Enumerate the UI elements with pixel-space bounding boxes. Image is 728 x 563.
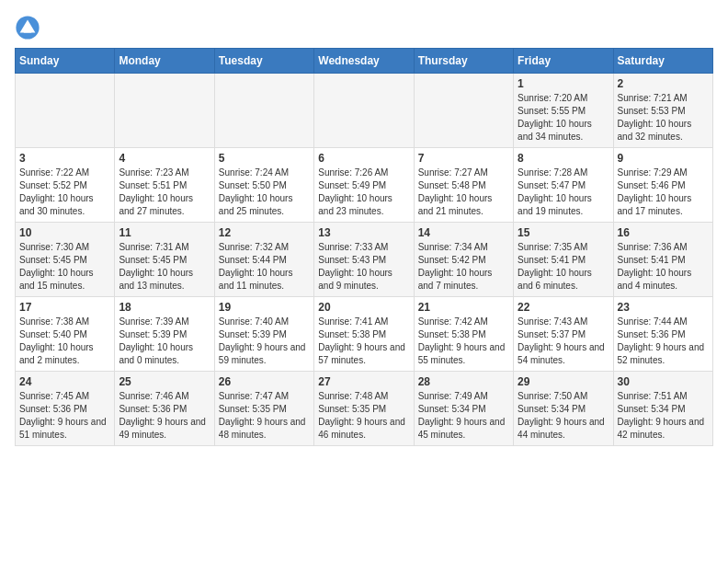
day-info: Sunrise: 7:26 AM Sunset: 5:49 PM Dayligh…: [318, 167, 409, 218]
day-info: Sunrise: 7:30 AM Sunset: 5:45 PM Dayligh…: [19, 241, 110, 293]
day-number: 27: [318, 375, 409, 388]
calendar-week-row: 10Sunrise: 7:30 AM Sunset: 5:45 PM Dayli…: [16, 223, 713, 297]
day-number: 17: [19, 301, 110, 314]
calendar-cell: 20Sunrise: 7:41 AM Sunset: 5:38 PM Dayli…: [314, 297, 414, 372]
calendar-cell: 14Sunrise: 7:34 AM Sunset: 5:42 PM Dayli…: [414, 223, 513, 297]
logo-icon: [15, 15, 40, 40]
day-number: 20: [318, 301, 409, 314]
calendar-week-row: 17Sunrise: 7:38 AM Sunset: 5:40 PM Dayli…: [16, 297, 713, 372]
calendar-cell: 30Sunrise: 7:51 AM Sunset: 5:34 PM Dayli…: [613, 372, 712, 446]
day-number: 25: [119, 375, 210, 388]
calendar-cell: 17Sunrise: 7:38 AM Sunset: 5:40 PM Dayli…: [16, 297, 115, 372]
weekday-header-sunday: Sunday: [16, 49, 115, 74]
day-info: Sunrise: 7:45 AM Sunset: 5:36 PM Dayligh…: [19, 390, 110, 442]
day-number: 6: [318, 152, 409, 165]
calendar-cell: 1Sunrise: 7:20 AM Sunset: 5:55 PM Daylig…: [514, 74, 613, 148]
day-number: 24: [19, 375, 110, 388]
calendar-cell: 28Sunrise: 7:49 AM Sunset: 5:34 PM Dayli…: [414, 372, 513, 446]
day-number: 4: [119, 152, 210, 165]
day-number: 7: [418, 152, 509, 165]
day-info: Sunrise: 7:32 AM Sunset: 5:44 PM Dayligh…: [219, 241, 310, 293]
day-info: Sunrise: 7:34 AM Sunset: 5:42 PM Dayligh…: [418, 241, 509, 293]
day-number: 23: [618, 301, 709, 314]
calendar-cell: 3Sunrise: 7:22 AM Sunset: 5:52 PM Daylig…: [16, 148, 115, 223]
svg-rect-2: [24, 29, 31, 32]
calendar-cell: 8Sunrise: 7:28 AM Sunset: 5:47 PM Daylig…: [514, 148, 613, 223]
day-number: 15: [518, 226, 609, 239]
day-info: Sunrise: 7:39 AM Sunset: 5:39 PM Dayligh…: [119, 316, 210, 367]
day-number: 9: [618, 152, 709, 165]
calendar-cell: 12Sunrise: 7:32 AM Sunset: 5:44 PM Dayli…: [214, 223, 313, 297]
day-info: Sunrise: 7:50 AM Sunset: 5:34 PM Dayligh…: [518, 390, 609, 442]
calendar-cell: 27Sunrise: 7:48 AM Sunset: 5:35 PM Dayli…: [314, 372, 414, 446]
day-info: Sunrise: 7:43 AM Sunset: 5:37 PM Dayligh…: [518, 316, 609, 367]
logo: [15, 15, 44, 40]
calendar-cell: 6Sunrise: 7:26 AM Sunset: 5:49 PM Daylig…: [314, 148, 414, 223]
day-number: 22: [518, 301, 609, 314]
day-info: Sunrise: 7:46 AM Sunset: 5:36 PM Dayligh…: [119, 390, 210, 442]
calendar-cell: 24Sunrise: 7:45 AM Sunset: 5:36 PM Dayli…: [16, 372, 115, 446]
day-number: 30: [618, 375, 709, 388]
calendar-cell: [414, 74, 513, 148]
day-info: Sunrise: 7:27 AM Sunset: 5:48 PM Dayligh…: [418, 167, 509, 218]
day-info: Sunrise: 7:29 AM Sunset: 5:46 PM Dayligh…: [618, 167, 709, 218]
calendar-table: SundayMondayTuesdayWednesdayThursdayFrid…: [15, 48, 713, 446]
day-number: 28: [418, 375, 509, 388]
calendar-cell: 22Sunrise: 7:43 AM Sunset: 5:37 PM Dayli…: [514, 297, 613, 372]
calendar-cell: 13Sunrise: 7:33 AM Sunset: 5:43 PM Dayli…: [314, 223, 414, 297]
day-info: Sunrise: 7:44 AM Sunset: 5:36 PM Dayligh…: [618, 316, 709, 367]
day-number: 8: [518, 152, 609, 165]
day-number: 13: [318, 226, 409, 239]
calendar-body: 1Sunrise: 7:20 AM Sunset: 5:55 PM Daylig…: [16, 74, 713, 446]
day-number: 11: [119, 226, 210, 239]
calendar-cell: [214, 74, 313, 148]
day-info: Sunrise: 7:42 AM Sunset: 5:38 PM Dayligh…: [418, 316, 509, 367]
day-info: Sunrise: 7:21 AM Sunset: 5:53 PM Dayligh…: [618, 92, 709, 144]
day-number: 18: [119, 301, 210, 314]
day-info: Sunrise: 7:33 AM Sunset: 5:43 PM Dayligh…: [318, 241, 409, 293]
day-info: Sunrise: 7:31 AM Sunset: 5:45 PM Dayligh…: [119, 241, 210, 293]
calendar-cell: 18Sunrise: 7:39 AM Sunset: 5:39 PM Dayli…: [115, 297, 214, 372]
calendar-cell: 4Sunrise: 7:23 AM Sunset: 5:51 PM Daylig…: [115, 148, 214, 223]
calendar-week-row: 3Sunrise: 7:22 AM Sunset: 5:52 PM Daylig…: [16, 148, 713, 223]
day-number: 2: [618, 77, 709, 90]
calendar-cell: 7Sunrise: 7:27 AM Sunset: 5:48 PM Daylig…: [414, 148, 513, 223]
day-number: 12: [219, 226, 310, 239]
day-number: 3: [19, 152, 110, 165]
day-number: 14: [418, 226, 509, 239]
day-info: Sunrise: 7:47 AM Sunset: 5:35 PM Dayligh…: [219, 390, 310, 442]
weekday-header-wednesday: Wednesday: [314, 49, 414, 74]
calendar-cell: 5Sunrise: 7:24 AM Sunset: 5:50 PM Daylig…: [214, 148, 313, 223]
day-number: 26: [219, 375, 310, 388]
weekday-header-row: SundayMondayTuesdayWednesdayThursdayFrid…: [16, 49, 713, 74]
calendar-cell: 10Sunrise: 7:30 AM Sunset: 5:45 PM Dayli…: [16, 223, 115, 297]
day-info: Sunrise: 7:40 AM Sunset: 5:39 PM Dayligh…: [219, 316, 310, 367]
day-number: 10: [19, 226, 110, 239]
day-info: Sunrise: 7:41 AM Sunset: 5:38 PM Dayligh…: [318, 316, 409, 367]
calendar-cell: 11Sunrise: 7:31 AM Sunset: 5:45 PM Dayli…: [115, 223, 214, 297]
day-info: Sunrise: 7:36 AM Sunset: 5:41 PM Dayligh…: [618, 241, 709, 293]
weekday-header-thursday: Thursday: [414, 49, 513, 74]
day-number: 21: [418, 301, 509, 314]
weekday-header-tuesday: Tuesday: [214, 49, 313, 74]
calendar-cell: 26Sunrise: 7:47 AM Sunset: 5:35 PM Dayli…: [214, 372, 313, 446]
day-info: Sunrise: 7:28 AM Sunset: 5:47 PM Dayligh…: [518, 167, 609, 218]
day-info: Sunrise: 7:35 AM Sunset: 5:41 PM Dayligh…: [518, 241, 609, 293]
day-number: 5: [219, 152, 310, 165]
calendar-cell: 9Sunrise: 7:29 AM Sunset: 5:46 PM Daylig…: [613, 148, 712, 223]
day-info: Sunrise: 7:38 AM Sunset: 5:40 PM Dayligh…: [19, 316, 110, 367]
weekday-header-monday: Monday: [115, 49, 214, 74]
day-info: Sunrise: 7:49 AM Sunset: 5:34 PM Dayligh…: [418, 390, 509, 442]
day-info: Sunrise: 7:48 AM Sunset: 5:35 PM Dayligh…: [318, 390, 409, 442]
calendar-cell: [16, 74, 115, 148]
day-info: Sunrise: 7:23 AM Sunset: 5:51 PM Dayligh…: [119, 167, 210, 218]
day-number: 29: [518, 375, 609, 388]
calendar-header: SundayMondayTuesdayWednesdayThursdayFrid…: [16, 49, 713, 74]
calendar-cell: 21Sunrise: 7:42 AM Sunset: 5:38 PM Dayli…: [414, 297, 513, 372]
calendar-cell: 16Sunrise: 7:36 AM Sunset: 5:41 PM Dayli…: [613, 223, 712, 297]
day-number: 16: [618, 226, 709, 239]
day-info: Sunrise: 7:22 AM Sunset: 5:52 PM Dayligh…: [19, 167, 110, 218]
day-info: Sunrise: 7:20 AM Sunset: 5:55 PM Dayligh…: [518, 92, 609, 144]
day-info: Sunrise: 7:51 AM Sunset: 5:34 PM Dayligh…: [618, 390, 709, 442]
calendar-cell: [115, 74, 214, 148]
